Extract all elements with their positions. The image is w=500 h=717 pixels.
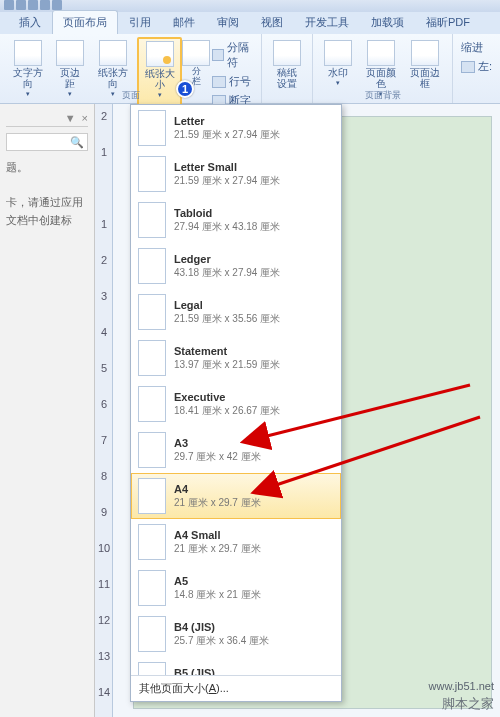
tab-mailings[interactable]: 邮件 [162, 10, 206, 34]
label: 页面边框 [409, 67, 441, 89]
tab-page-layout[interactable]: 页面布局 [52, 10, 118, 34]
label: 页面颜色 [364, 67, 396, 89]
group-label: 页面背景 [313, 89, 452, 102]
qat-icon[interactable] [40, 0, 50, 10]
paper-size-icon [146, 41, 174, 67]
ribbon-tabs: 插入 页面布局 引用 邮件 审阅 视图 开发工具 加载项 福昕PDF [0, 12, 500, 34]
size-name: Letter [174, 115, 280, 127]
size-option-legal[interactable]: Legal21.59 厘米 x 35.56 厘米 [131, 289, 341, 335]
manuscript-button[interactable]: 稿纸 设置 [268, 37, 306, 92]
tab-insert[interactable]: 插入 [8, 10, 52, 34]
size-name: Executive [174, 391, 280, 403]
size-option-ledger[interactable]: Ledger43.18 厘米 x 27.94 厘米 [131, 243, 341, 289]
tab-foxit-pdf[interactable]: 福昕PDF [415, 10, 481, 34]
margins-icon [56, 40, 84, 66]
label: 文字方向 [11, 67, 44, 89]
page-icon [138, 156, 166, 192]
label: 纸张大小 [143, 68, 176, 90]
chevron-down-icon: ▾ [336, 79, 340, 87]
page-icon [138, 478, 166, 514]
orientation-icon [99, 40, 127, 66]
paper-size-menu: Letter21.59 厘米 x 27.94 厘米Letter Small21.… [130, 104, 342, 702]
label: 页边距 [56, 67, 84, 89]
breaks-button[interactable]: 分隔符 [210, 39, 255, 71]
page-icon [138, 110, 166, 146]
size-option-b4-jis-[interactable]: B4 (JIS)25.7 厘米 x 36.4 厘米 [131, 611, 341, 657]
tab-developer[interactable]: 开发工具 [294, 10, 360, 34]
size-dim: 21 厘米 x 29.7 厘米 [174, 542, 261, 556]
label: 水印 [328, 67, 348, 78]
columns-icon [182, 40, 210, 66]
size-dim: 21.59 厘米 x 27.94 厘米 [174, 174, 280, 188]
label: 行号 [229, 74, 251, 89]
page-icon [138, 662, 166, 675]
navigation-pane: ▼× 🔍 题。 卡，请通过应用 文档中创建标 [0, 104, 95, 717]
line-numbers-icon [212, 76, 226, 88]
page-icon [138, 294, 166, 330]
size-name: Legal [174, 299, 280, 311]
size-name: Statement [174, 345, 280, 357]
page-color-icon [367, 40, 395, 66]
indent-label: 缩进 [459, 39, 494, 56]
qat-icon[interactable] [4, 0, 14, 10]
page-icon [138, 616, 166, 652]
label: 左: [478, 59, 492, 74]
pane-text: 题。 卡，请通过应用 文档中创建标 [6, 159, 88, 229]
size-name: Ledger [174, 253, 280, 265]
size-dim: 25.7 厘米 x 36.4 厘米 [174, 634, 269, 648]
size-option-a4-small[interactable]: A4 Small21 厘米 x 29.7 厘米 [131, 519, 341, 565]
size-option-executive[interactable]: Executive18.41 厘米 x 26.67 厘米 [131, 381, 341, 427]
ribbon: 文字方向▾ 页边距▾ 纸张方向▾ 纸张大小▾ 分栏 分隔符 行号 断字 页面 稿… [0, 34, 500, 104]
size-dim: 21 厘米 x 29.7 厘米 [174, 496, 261, 510]
size-option-letter[interactable]: Letter21.59 厘米 x 27.94 厘米 [131, 105, 341, 151]
manuscript-icon [273, 40, 301, 66]
page-borders-icon [411, 40, 439, 66]
tab-addins[interactable]: 加载项 [360, 10, 415, 34]
size-dim: 43.18 厘米 x 27.94 厘米 [174, 266, 280, 280]
more-paper-sizes[interactable]: 其他页面大小(A)... [131, 675, 341, 701]
qat-icon[interactable] [16, 0, 26, 10]
size-dim: 21.59 厘米 x 35.56 厘米 [174, 312, 280, 326]
tab-review[interactable]: 审阅 [206, 10, 250, 34]
size-option-a5[interactable]: A514.8 厘米 x 21 厘米 [131, 565, 341, 611]
size-option-statement[interactable]: Statement13.97 厘米 x 21.59 厘米 [131, 335, 341, 381]
size-dim: 13.97 厘米 x 21.59 厘米 [174, 358, 280, 372]
content-area: ▼× 🔍 题。 卡，请通过应用 文档中创建标 21123456789101112… [0, 104, 500, 717]
size-name: A4 Small [174, 529, 261, 541]
size-dim: 21.59 厘米 x 27.94 厘米 [174, 128, 280, 142]
search-input[interactable]: 🔍 [6, 133, 88, 151]
indent-left[interactable]: 左: [459, 58, 494, 75]
tab-references[interactable]: 引用 [118, 10, 162, 34]
search-icon: 🔍 [70, 136, 84, 149]
page-icon [138, 202, 166, 238]
size-option-tabloid[interactable]: Tabloid27.94 厘米 x 43.18 厘米 [131, 197, 341, 243]
size-option-a3[interactable]: A329.7 厘米 x 42 厘米 [131, 427, 341, 473]
size-name: Tabloid [174, 207, 280, 219]
size-name: A3 [174, 437, 261, 449]
page-icon [138, 524, 166, 560]
size-name: B4 (JIS) [174, 621, 269, 633]
size-option-a4[interactable]: A421 厘米 x 29.7 厘米 [131, 473, 341, 519]
callout-badge-1: 1 [176, 80, 194, 98]
size-name: A5 [174, 575, 261, 587]
size-dim: 14.8 厘米 x 21 厘米 [174, 588, 261, 602]
indent-left-icon [461, 61, 475, 73]
qat-icon[interactable] [28, 0, 38, 10]
label: 稿纸 设置 [277, 67, 297, 89]
qat-icon[interactable] [52, 0, 62, 10]
text-direction-icon [14, 40, 42, 66]
size-dim: 18.41 厘米 x 26.67 厘米 [174, 404, 280, 418]
watermark: www.jb51.net 脚本之家 [429, 679, 494, 713]
tab-view[interactable]: 视图 [250, 10, 294, 34]
size-option-letter-small[interactable]: Letter Small21.59 厘米 x 27.94 厘米 [131, 151, 341, 197]
size-dim: 29.7 厘米 x 42 厘米 [174, 450, 261, 464]
label: 分隔符 [227, 40, 254, 70]
group-label: 页面 [0, 89, 261, 102]
pane-dropdown-icon[interactable]: ▼ [65, 112, 76, 124]
line-numbers-button[interactable]: 行号 [210, 73, 255, 90]
watermark-icon [324, 40, 352, 66]
pane-close-icon[interactable]: × [82, 112, 88, 124]
page-icon [138, 570, 166, 606]
page-icon [138, 248, 166, 284]
size-option-b5-jis-[interactable]: B5 (JIS)18.2 厘米 x 25.7 厘米 [131, 657, 341, 675]
